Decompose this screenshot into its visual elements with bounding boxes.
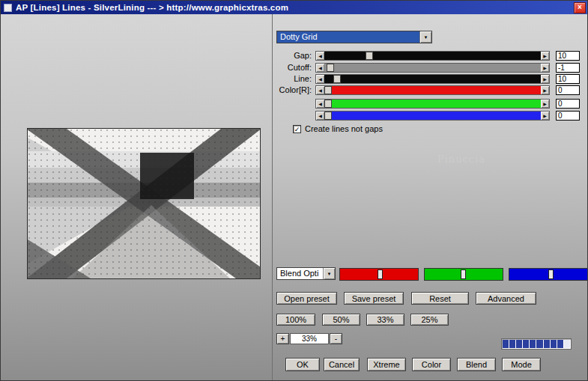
color-g-slider-row: ◀ ▶ xyxy=(1,99,588,109)
cutoff-slider-track[interactable] xyxy=(324,64,541,72)
color-b-slider-handle[interactable] xyxy=(324,112,332,120)
xtreme-button[interactable]: Xtreme xyxy=(367,358,406,371)
zoom-in-button[interactable]: + xyxy=(276,333,289,344)
gap-value-input[interactable] xyxy=(556,51,580,61)
line-slider-handle[interactable] xyxy=(333,75,341,83)
blend-options-value: Blend Opti xyxy=(277,268,323,279)
zoom-out-button[interactable]: - xyxy=(330,333,342,344)
zoom-level-display: 33% xyxy=(290,333,329,344)
color-button[interactable]: Color xyxy=(412,358,451,371)
checkbox-label: Create lines not gaps xyxy=(305,124,383,133)
right-arrow-glyph: ▶ xyxy=(543,65,547,70)
line-label: Line: xyxy=(248,74,312,84)
cutoff-slider-row: Cutoff: ◀ ▶ xyxy=(1,63,588,73)
green-channel-thumb[interactable] xyxy=(461,269,466,279)
watermark-line2: www.maidiregrafica.eu xyxy=(390,167,533,175)
color-g-value-input[interactable] xyxy=(556,99,580,109)
right-arrow-glyph: ▶ xyxy=(543,53,547,58)
blue-channel-bar[interactable] xyxy=(509,268,588,281)
blend-button[interactable]: Blend xyxy=(457,358,496,371)
left-arrow-glyph: ◀ xyxy=(318,76,322,82)
gap-slider[interactable]: ◀ ▶ xyxy=(315,51,550,61)
cutoff-slider-handle[interactable] xyxy=(327,64,334,72)
left-arrow-glyph: ◀ xyxy=(318,65,322,70)
slider-left-arrow-icon[interactable]: ◀ xyxy=(316,100,324,108)
color-b-slider-track[interactable] xyxy=(324,112,541,120)
color-b-value-input[interactable] xyxy=(556,111,580,121)
slider-right-arrow-icon[interactable]: ▶ xyxy=(541,100,549,108)
close-button[interactable]: × xyxy=(574,2,586,13)
slider-left-arrow-icon[interactable]: ◀ xyxy=(316,52,324,60)
gap-label: Gap: xyxy=(248,51,312,61)
blue-channel-thumb[interactable] xyxy=(548,269,554,279)
progress-bar xyxy=(501,338,572,350)
zoom-33-button[interactable]: 33% xyxy=(366,314,404,326)
color-g-slider-track[interactable] xyxy=(324,100,541,108)
slider-right-arrow-icon[interactable]: ▶ xyxy=(541,52,549,60)
gap-slider-row: Gap: ◀ ▶ xyxy=(1,51,588,61)
arrow-glyph: ▼ xyxy=(327,272,332,276)
cancel-button[interactable]: Cancel xyxy=(324,358,360,371)
left-arrow-glyph: ◀ xyxy=(318,101,322,106)
slider-left-arrow-icon[interactable]: ◀ xyxy=(316,112,324,120)
create-lines-checkbox[interactable]: ✓ Create lines not gaps xyxy=(293,124,383,133)
color-b-slider-row: ◀ ▶ xyxy=(1,111,588,121)
zoom-100-button[interactable]: 100% xyxy=(276,314,315,326)
arrow-glyph: ▼ xyxy=(424,35,428,40)
preset-dropdown[interactable]: Dotty Grid ▼ xyxy=(276,31,432,43)
right-arrow-glyph: ▶ xyxy=(543,76,547,82)
ok-button[interactable]: OK xyxy=(285,358,320,371)
right-arrow-glyph: ▶ xyxy=(543,88,547,93)
red-channel-bar[interactable] xyxy=(339,268,419,281)
advanced-button[interactable]: Advanced xyxy=(476,292,536,305)
titlebar[interactable]: AP [Lines] Lines - SilverLining --- > ht… xyxy=(1,1,587,14)
line-value-input[interactable] xyxy=(556,74,580,84)
gap-slider-track[interactable] xyxy=(324,52,541,60)
slider-left-arrow-icon[interactable]: ◀ xyxy=(316,64,324,72)
checkbox-box[interactable]: ✓ xyxy=(293,125,301,133)
color-r-slider-row: Color[R]: ◀ ▶ xyxy=(1,85,588,95)
blend-options-dropdown[interactable]: Blend Opti ▼ xyxy=(276,267,336,280)
preview-pattern xyxy=(28,129,260,278)
slider-right-arrow-icon[interactable]: ▶ xyxy=(541,112,549,120)
left-arrow-glyph: ◀ xyxy=(318,113,322,118)
plugin-dialog-window: AP [Lines] Lines - SilverLining --- > ht… xyxy=(0,0,588,381)
cutoff-value-input[interactable] xyxy=(556,63,580,73)
slider-right-arrow-icon[interactable]: ▶ xyxy=(541,86,549,94)
slider-left-arrow-icon[interactable]: ◀ xyxy=(316,86,324,94)
watermark-line1: Pinuccia xyxy=(390,153,533,165)
mode-button[interactable]: Mode xyxy=(502,358,541,371)
color-r-slider[interactable]: ◀ ▶ xyxy=(315,85,550,95)
open-preset-button[interactable]: Open preset xyxy=(276,292,337,305)
slider-right-arrow-icon[interactable]: ▶ xyxy=(541,64,549,72)
line-slider-row: Line: ◀ ▶ xyxy=(1,74,588,84)
color-g-slider-handle[interactable] xyxy=(324,100,332,108)
watermark: Pinuccia www.maidiregrafica.eu xyxy=(390,153,533,175)
dropdown-arrow-icon[interactable]: ▼ xyxy=(323,268,335,279)
dropdown-arrow-icon[interactable]: ▼ xyxy=(419,31,431,43)
color-r-label: Color[R]: xyxy=(248,85,312,95)
filter-preview[interactable] xyxy=(27,128,261,279)
line-slider[interactable]: ◀ ▶ xyxy=(315,74,550,84)
color-g-slider[interactable]: ◀ ▶ xyxy=(315,99,550,109)
red-channel-thumb[interactable] xyxy=(378,269,383,279)
left-arrow-glyph: ◀ xyxy=(318,53,322,58)
line-slider-track[interactable] xyxy=(324,75,541,83)
right-arrow-glyph: ▶ xyxy=(543,101,547,106)
cutoff-slider[interactable]: ◀ ▶ xyxy=(315,63,550,73)
left-arrow-glyph: ◀ xyxy=(318,88,322,93)
zoom-50-button[interactable]: 50% xyxy=(322,314,360,326)
save-preset-button[interactable]: Save preset xyxy=(344,292,404,305)
slider-right-arrow-icon[interactable]: ▶ xyxy=(541,75,549,83)
gap-slider-handle[interactable] xyxy=(366,52,373,60)
color-b-slider[interactable]: ◀ ▶ xyxy=(315,111,550,121)
zoom-25-button[interactable]: 25% xyxy=(410,314,449,326)
right-arrow-glyph: ▶ xyxy=(543,113,547,118)
preset-dropdown-value: Dotty Grid xyxy=(277,31,419,43)
color-r-value-input[interactable] xyxy=(556,85,580,95)
reset-button[interactable]: Reset xyxy=(411,292,469,305)
green-channel-bar[interactable] xyxy=(424,268,503,281)
color-r-slider-track[interactable] xyxy=(324,86,541,94)
slider-left-arrow-icon[interactable]: ◀ xyxy=(316,75,324,83)
color-r-slider-handle[interactable] xyxy=(324,86,332,94)
